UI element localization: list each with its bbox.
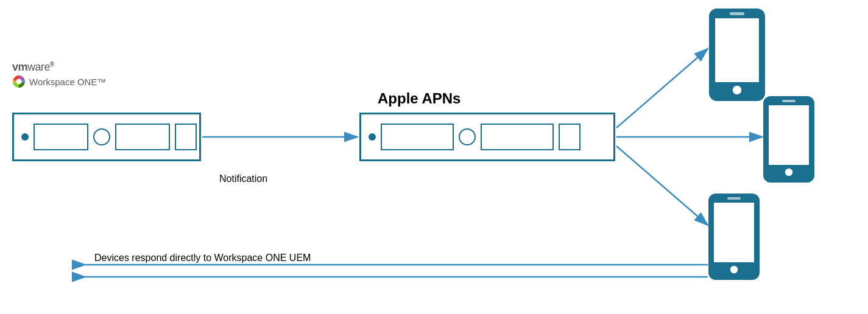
left-server-box <box>12 113 201 161</box>
devices-respond-label: Devices respond directly to Workspace ON… <box>94 253 311 263</box>
rack-slot-1 <box>34 124 88 150</box>
vmware-logo: vmware® Workspace ONE™ <box>12 61 106 88</box>
phone-bottom <box>707 192 761 282</box>
svg-line-17 <box>616 49 708 128</box>
svg-point-12 <box>730 265 738 274</box>
rack-slot-3 <box>381 124 454 150</box>
svg-point-8 <box>785 168 793 176</box>
rack-slot-4 <box>481 124 554 150</box>
rack-circle-2 <box>459 128 476 145</box>
svg-rect-9 <box>782 100 796 102</box>
svg-rect-3 <box>715 18 759 82</box>
rack-slot-2 <box>115 124 170 150</box>
phone-top <box>707 6 767 103</box>
svg-rect-5 <box>730 12 744 15</box>
rack-circle-1 <box>93 128 110 145</box>
svg-rect-7 <box>769 105 809 165</box>
right-server-box <box>359 113 615 161</box>
rack-slot-small-2 <box>559 124 580 150</box>
workspace-one-text: Workspace ONE™ <box>29 77 106 87</box>
workspace-one-label: Workspace ONE™ <box>12 75 106 88</box>
phone-middle <box>761 94 816 184</box>
diagram-container: vmware® Workspace ONE™ <box>0 0 868 314</box>
vmware-sphere-icon <box>12 75 26 88</box>
apple-apns-label: Apple APNs <box>378 90 460 107</box>
vmware-brand-text: vmware® <box>12 61 54 74</box>
rack-dot-left <box>21 133 29 141</box>
notification-label: Notification <box>219 173 267 184</box>
svg-rect-13 <box>727 197 741 200</box>
rack-dot-right <box>369 133 376 141</box>
svg-line-19 <box>616 146 708 225</box>
rack-slot-small-1 <box>175 124 197 150</box>
svg-point-1 <box>16 78 21 84</box>
svg-rect-11 <box>714 203 754 262</box>
svg-point-4 <box>732 85 742 95</box>
